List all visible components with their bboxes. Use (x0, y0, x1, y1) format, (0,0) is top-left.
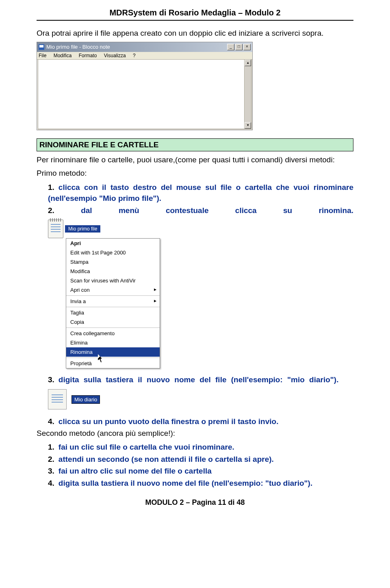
primo-metodo-label: Primo metodo: (37, 168, 353, 179)
menu-file[interactable]: File (39, 53, 46, 58)
secondo-metodo-label: Secondo metodo (ancora più semplice!): (37, 428, 353, 439)
minimize-button[interactable]: _ (227, 44, 234, 50)
scroll-down-button[interactable]: ▾ (245, 122, 251, 129)
context-menu: Apri Edit with 1st Page 2000 Stampa Modi… (66, 238, 160, 368)
step-2-word-2: menù (119, 205, 139, 216)
m2-step-1: 1.fai un clic sul file o cartella che vu… (48, 442, 353, 453)
section-intro: Per rinominare file o cartelle, puoi usa… (37, 155, 353, 165)
page-header-title: MDRSystem di Rosario Medaglia – Modulo 2 (37, 8, 353, 17)
ctx-elimina[interactable]: Elimina (66, 338, 160, 347)
page-footer: MODULO 2 – Pagina 11 di 48 (37, 498, 353, 507)
step-1: 1.clicca con il tasto destro del mouse s… (48, 182, 353, 204)
close-button[interactable]: × (243, 44, 251, 50)
m2-step-1-number: 1. (48, 443, 54, 451)
intro-paragraph: Ora potrai aprire il file appena creato … (37, 28, 353, 39)
section-heading: RINOMINARE FILE E CARTELLE (37, 138, 353, 151)
file-name-label: Mio primo file (65, 225, 100, 233)
step-2-number: 2. (48, 205, 54, 216)
m2-step-4-number: 4. (48, 479, 54, 487)
m2-step-2: 2.attendi un secondo (se non attendi il … (48, 454, 353, 465)
vertical-scrollbar[interactable]: ▴ ▾ (244, 60, 251, 129)
step-3-number: 3. (48, 375, 54, 384)
ctx-rinomina[interactable]: Rinomina (66, 347, 160, 357)
m2-step-2-number: 2. (48, 455, 54, 463)
ctx-apri[interactable]: Apri (66, 239, 160, 248)
step-2-word-5: su (283, 205, 292, 216)
step-2-word-1: dal (81, 205, 92, 216)
ctx-separator-1 (66, 295, 160, 296)
ctx-modifica[interactable]: Modifica (66, 267, 160, 276)
notepad-menubar: File Modifica Formato Visualizza ? (37, 52, 252, 60)
step-2-word-3: contestuale (166, 205, 209, 216)
step-2: 2. dal menù contestuale clicca su rinomi… (48, 205, 353, 216)
step-2-word-6: rinomina. (318, 205, 353, 216)
menu-formato[interactable]: Formato (79, 53, 97, 58)
rename-figure: Mio diario (48, 389, 353, 409)
step-1-text: clicca con il tasto destro del mouse sul… (48, 183, 353, 203)
menu-visualizza[interactable]: Visualizza (104, 53, 126, 58)
ctx-stampa[interactable]: Stampa (66, 257, 160, 267)
ctx-taglia[interactable]: Taglia (66, 308, 160, 317)
step-2-word-4: clicca (235, 205, 257, 216)
notepad-titlebar: Mio primo file - Blocco note _ □ × (37, 42, 252, 52)
m2-step-1-text: fai un clic sul file o cartella che vuoi… (58, 443, 234, 451)
ctx-invia-a[interactable]: Invia a (66, 297, 160, 306)
rename-edit-label[interactable]: Mio diario (72, 395, 100, 404)
context-menu-figure: Mio primo file Apri Edit with 1st Page 2… (48, 220, 353, 368)
step-3-text: digita sulla tastiera il nuovo nome del … (58, 375, 339, 384)
ctx-separator-4 (66, 358, 160, 358)
text-file-icon (48, 220, 63, 238)
ctx-edit-1st-page[interactable]: Edit with 1st Page 2000 (66, 248, 160, 257)
notepad-text-area[interactable]: ▴ ▾ (38, 60, 251, 129)
ctx-separator-2 (66, 307, 160, 307)
m2-step-4-text: digita sulla tastiera il nuovo nome del … (58, 479, 312, 487)
ctx-scan-antivir[interactable]: Scan for viruses with AntiVir (66, 276, 160, 285)
notepad-app-icon (39, 44, 44, 50)
header-rule (37, 20, 353, 21)
m2-step-3-text: fai un altro clic sul nome del file o ca… (58, 467, 212, 475)
menu-modifica[interactable]: Modifica (54, 53, 72, 58)
m2-step-3: 3.fai un altro clic sul nome del file o … (48, 465, 353, 477)
maximize-button[interactable]: □ (235, 44, 243, 50)
ctx-crea-collegamento[interactable]: Crea collegamento (66, 329, 160, 338)
scroll-up-button[interactable]: ▴ (245, 60, 251, 66)
notepad-window: Mio primo file - Blocco note _ □ × File … (37, 42, 253, 130)
ctx-separator-3 (66, 327, 160, 328)
notepad-title: Mio primo file - Blocco note (46, 44, 227, 50)
m2-step-2-text: attendi un secondo (se non attendi il fi… (58, 455, 274, 463)
text-file-icon-2 (48, 389, 67, 409)
ctx-proprieta[interactable]: Proprietà (66, 359, 160, 368)
step-3: 3.digita sulla tastiera il nuovo nome de… (48, 374, 353, 386)
step-4-text: clicca su un punto vuoto della finestra … (58, 417, 279, 426)
ctx-copia[interactable]: Copia (66, 317, 160, 327)
m2-step-4: 4.digita sulla tastiera il nuovo nome de… (48, 478, 353, 489)
step-4-number: 4. (48, 417, 54, 426)
step-4: 4.clicca su un punto vuoto della finestr… (48, 416, 353, 427)
menu-help[interactable]: ? (133, 53, 136, 58)
ctx-apri-con[interactable]: Apri con (66, 285, 160, 295)
step-1-number: 1. (48, 183, 54, 192)
m2-step-3-number: 3. (48, 467, 54, 475)
